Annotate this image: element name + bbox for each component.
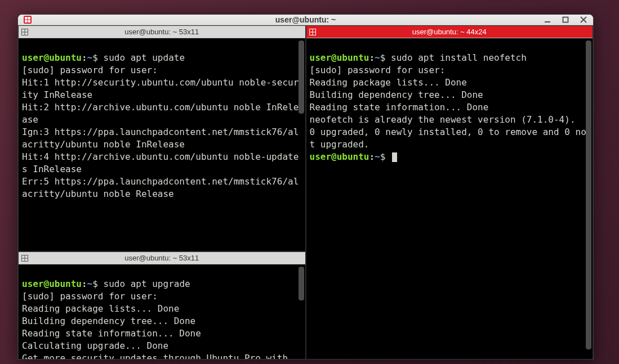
terminal-output-right[interactable]: user@ubuntu:~$ sudo apt install neofetch… [306, 38, 593, 359]
maximize-button[interactable] [560, 15, 571, 25]
window-controls [542, 15, 589, 25]
pane-bottom-left[interactable]: user@ubuntu: ~ 53x11 user@ubuntu:~$ sudo… [18, 251, 306, 359]
terminator-app-icon [23, 15, 33, 25]
terminal-output-top-left[interactable]: user@ubuntu:~$ sudo apt update[sudo] pas… [19, 38, 305, 251]
pane-header-bottom-left[interactable]: user@ubuntu: ~ 53x11 [19, 252, 305, 264]
window-title: user@ubuntu: ~ [18, 15, 593, 24]
pane-header-top-left[interactable]: user@ubuntu: ~ 53x11 [19, 26, 305, 38]
svg-rect-2 [28, 17, 31, 20]
cursor [392, 152, 397, 162]
svg-rect-1 [25, 17, 28, 20]
pane-right[interactable]: user@ubuntu: ~ 44x24 user@ubuntu:~$ sudo… [306, 25, 594, 359]
scrollbar[interactable] [299, 41, 304, 114]
scrollbar[interactable] [299, 267, 304, 300]
pane-header-right[interactable]: user@ubuntu: ~ 44x24 [306, 26, 593, 38]
svg-rect-6 [563, 17, 568, 23]
grid-layout-icon[interactable] [309, 28, 317, 36]
pane-top-left[interactable]: user@ubuntu: ~ 53x11 user@ubuntu:~$ sudo… [18, 25, 306, 251]
pane-title: user@ubuntu: ~ 53x11 [19, 254, 305, 262]
svg-rect-3 [25, 20, 28, 23]
terminal-output-bottom-left[interactable]: user@ubuntu:~$ sudo apt upgrade[sudo] pa… [19, 264, 305, 359]
grid-layout-icon[interactable] [21, 254, 29, 262]
svg-rect-4 [28, 20, 31, 23]
pane-title: user@ubuntu: ~ 53x11 [19, 28, 305, 36]
terminal-window: user@ubuntu: ~ user@ubuntu: ~ 53x11 user… [17, 14, 594, 359]
pane-title: user@ubuntu: ~ 44x24 [306, 28, 593, 36]
window-titlebar[interactable]: user@ubuntu: ~ [18, 15, 593, 25]
scrollbar[interactable] [586, 41, 591, 349]
terminal-panes: user@ubuntu: ~ 53x11 user@ubuntu:~$ sudo… [18, 25, 593, 359]
grid-layout-icon[interactable] [21, 28, 29, 36]
minimize-button[interactable] [542, 15, 553, 25]
close-button[interactable] [578, 15, 589, 25]
